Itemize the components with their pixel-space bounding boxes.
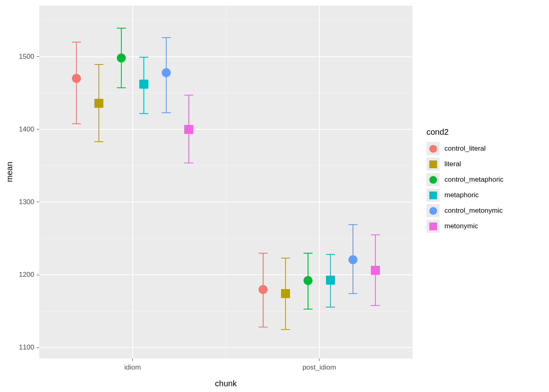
y-tick-mark <box>37 275 39 275</box>
legend-key <box>426 142 440 155</box>
data-point <box>371 266 380 275</box>
error-bar-cap <box>184 163 193 163</box>
legend-item: metaphoric <box>426 187 504 203</box>
legend-key <box>426 173 440 186</box>
y-tick-label: 1300 <box>19 198 34 206</box>
error-bar-cap <box>162 112 171 113</box>
error-bar-cap <box>326 254 335 255</box>
data-point <box>281 289 290 298</box>
legend: cond2 control_literalliteralcontrol_meta… <box>426 127 504 234</box>
error-bar-cap <box>139 57 148 58</box>
y-tick-label: 1400 <box>19 125 34 134</box>
legend-label: control_metonymic <box>444 207 503 215</box>
data-point <box>139 80 148 89</box>
legend-item: control_metonymic <box>426 203 504 218</box>
circle-icon <box>429 207 437 215</box>
square-icon <box>429 223 437 230</box>
data-point <box>326 276 335 285</box>
error-bar-cap <box>162 37 171 38</box>
x-tick-label: idiom <box>84 363 182 372</box>
grid-minor-v <box>226 6 226 359</box>
y-axis-title-text: mean <box>5 162 14 182</box>
error-bar-cap <box>94 64 103 65</box>
y-tick-mark <box>37 202 39 202</box>
legend-item: control_literal <box>426 141 504 156</box>
legend-key <box>426 220 440 233</box>
y-tick-mark <box>37 56 39 57</box>
circle-icon <box>429 176 437 184</box>
data-point <box>259 285 268 294</box>
y-tick-mark <box>37 129 39 129</box>
data-point <box>348 255 357 264</box>
error-bar-cap <box>348 224 357 225</box>
data-point <box>184 125 193 134</box>
error-bar-cap <box>281 329 290 330</box>
figure: mean chunk cond2 control_literalliteralc… <box>0 0 549 392</box>
legend-key <box>426 204 440 217</box>
legend-key <box>426 189 440 202</box>
grid-major-v <box>132 6 133 359</box>
y-tick-mark <box>37 347 39 348</box>
x-tick-mark <box>319 359 319 361</box>
circle-icon <box>429 145 437 153</box>
error-bar-cap <box>304 309 312 310</box>
y-axis-title: mean <box>5 162 14 182</box>
error-bar-cap <box>259 253 268 254</box>
legend-item: control_metaphoric <box>426 172 504 187</box>
error-bar-cap <box>371 234 380 235</box>
x-tick-label: post_idiom <box>270 363 368 372</box>
x-axis-title: chunk <box>0 379 413 388</box>
y-tick-label: 1100 <box>19 343 34 352</box>
error-bar-cap <box>259 327 268 327</box>
error-bar-cap <box>117 28 126 29</box>
data-point <box>94 99 103 108</box>
legend-item: literal <box>426 156 504 172</box>
error-bar-cap <box>304 253 312 254</box>
legend-key <box>426 158 440 171</box>
legend-item: metonymic <box>426 218 504 234</box>
grid-major-v <box>319 6 320 359</box>
error-bar-cap <box>371 305 380 306</box>
y-tick-label: 1200 <box>19 271 34 279</box>
y-tick-label: 1500 <box>19 53 34 61</box>
error-bar-cap <box>72 123 81 124</box>
error-bar-cap <box>72 42 81 42</box>
legend-title: cond2 <box>426 127 504 137</box>
square-icon <box>429 160 437 168</box>
error-bar-cap <box>348 293 357 294</box>
legend-label: control_literal <box>444 145 486 153</box>
legend-label: literal <box>444 160 461 168</box>
square-icon <box>429 192 437 199</box>
error-bar-cap <box>117 87 126 88</box>
legend-label: metaphoric <box>444 191 479 199</box>
error-bar-cap <box>326 307 335 307</box>
legend-label: control_metaphoric <box>444 176 504 184</box>
data-point <box>162 68 171 77</box>
error-bar-cap <box>94 141 103 142</box>
error-bar-cap <box>139 113 148 114</box>
x-axis-title-text: chunk <box>215 379 237 388</box>
x-tick-mark <box>132 359 133 361</box>
error-bar-cap <box>281 258 290 258</box>
error-bar-cap <box>184 95 193 96</box>
legend-label: metonymic <box>444 222 478 230</box>
